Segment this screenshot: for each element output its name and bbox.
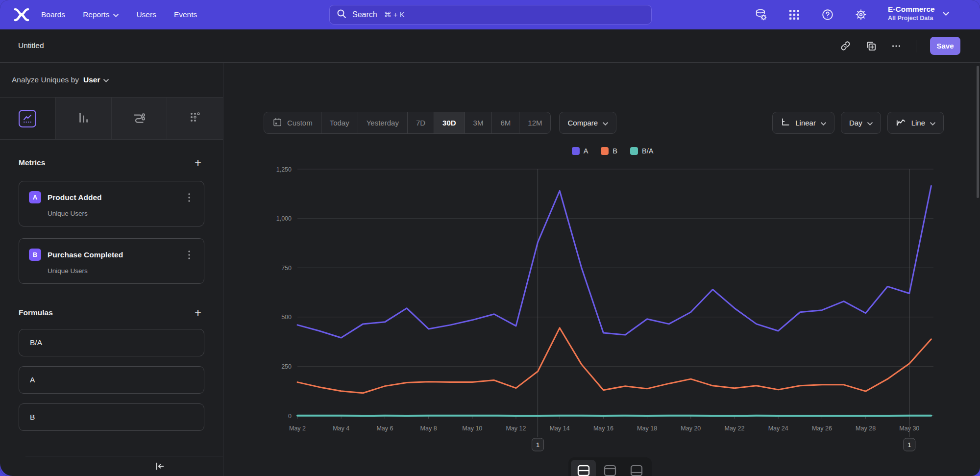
svg-text:May 20: May 20: [681, 425, 701, 432]
interval-dropdown[interactable]: Day: [841, 112, 881, 134]
legend-item-a[interactable]: A: [572, 147, 588, 155]
metrics-heading: Metrics: [19, 158, 45, 167]
formula-name: A: [30, 376, 35, 384]
nav-item-events[interactable]: Events: [174, 10, 197, 19]
svg-text:May 18: May 18: [637, 425, 657, 432]
svg-text:May 2: May 2: [289, 425, 306, 432]
copy-link-icon[interactable]: [839, 40, 851, 52]
scrollbar-thumb[interactable]: [977, 66, 979, 198]
scale-dropdown[interactable]: Linear: [772, 112, 834, 134]
formula-name: B/A: [30, 338, 42, 347]
line-chart[interactable]: 02505007501,0001,250May 2May 4May 6May 8…: [265, 167, 960, 456]
chart-type-tabs: [0, 98, 223, 140]
line-chart-icon: [896, 117, 906, 128]
project-switcher[interactable]: E-Commerce All Project Data: [888, 4, 949, 22]
analyze-by-dropdown[interactable]: User: [83, 75, 109, 84]
range-yesterday[interactable]: Yesterday: [358, 112, 408, 133]
search-input[interactable]: Search ⌘ + K: [329, 5, 652, 25]
flow-tab-icon: [132, 111, 146, 126]
metric-badge: B: [29, 249, 41, 261]
range-today[interactable]: Today: [321, 112, 358, 133]
nav-item-label: Users: [136, 10, 156, 19]
range-3m[interactable]: 3M: [465, 112, 492, 133]
nav-item-label: Events: [174, 10, 197, 19]
tab-insights-line[interactable]: [0, 98, 56, 139]
report-title: Untitled: [18, 41, 44, 50]
formula-card-ba[interactable]: B/A: [19, 329, 204, 356]
tab-retention[interactable]: [167, 98, 223, 139]
help-icon[interactable]: [821, 8, 834, 21]
nav-item-boards[interactable]: Boards: [41, 10, 65, 19]
svg-text:250: 250: [281, 363, 292, 370]
svg-text:1,250: 1,250: [276, 167, 292, 173]
chart-legend: A B B/A: [265, 147, 960, 155]
data-management-icon[interactable]: [755, 8, 767, 21]
tab-flow[interactable]: [112, 98, 168, 139]
svg-text:May 28: May 28: [856, 425, 876, 432]
svg-text:May 24: May 24: [768, 425, 788, 432]
legend-label: B: [612, 147, 617, 155]
range-label: 12M: [528, 119, 542, 127]
range-label: Today: [330, 119, 349, 127]
app-window: Boards Reports Users Events Search ⌘ + K: [0, 0, 980, 476]
svg-text:May 14: May 14: [550, 425, 570, 432]
collapse-sidebar-icon[interactable]: [154, 461, 165, 474]
split-view-button[interactable]: [571, 460, 596, 476]
compare-label: Compare: [567, 119, 598, 127]
title-actions: Save: [839, 37, 960, 55]
apps-grid-icon[interactable]: [788, 8, 801, 21]
project-name: E-Commerce: [888, 4, 935, 14]
settings-gear-icon[interactable]: [855, 8, 867, 21]
date-range-segmented-control: Custom Today Yesterday 7D 30D 3M 6M 12M: [264, 112, 551, 134]
analyze-by-row: Analyze Uniques by User: [0, 63, 223, 98]
kebab-menu-icon[interactable]: [185, 193, 194, 202]
formula-card-a[interactable]: A: [19, 366, 204, 394]
range-custom[interactable]: Custom: [264, 112, 321, 133]
kebab-menu-icon[interactable]: [185, 250, 194, 260]
svg-text:May 10: May 10: [462, 425, 482, 432]
add-metric-button[interactable]: +: [192, 156, 204, 169]
save-button[interactable]: Save: [930, 37, 960, 55]
range-7d[interactable]: 7D: [408, 112, 434, 133]
nav-item-users[interactable]: Users: [136, 10, 156, 19]
legend-item-ba[interactable]: B/A: [630, 147, 653, 155]
legend-item-b[interactable]: B: [601, 147, 617, 155]
analyze-prefix-label: Analyze Uniques by: [12, 75, 79, 84]
range-label: Yesterday: [367, 119, 399, 127]
chevron-down-icon: [943, 9, 949, 18]
chevron-down-icon: [867, 119, 873, 127]
metric-measure[interactable]: Unique Users: [48, 210, 194, 217]
search-placeholder: Search: [352, 10, 377, 19]
nav-item-reports[interactable]: Reports: [83, 10, 119, 19]
range-12m[interactable]: 12M: [519, 112, 550, 133]
tab-bar-chart[interactable]: [56, 98, 112, 139]
compare-dropdown[interactable]: Compare: [559, 112, 616, 134]
nav-item-label: Boards: [41, 10, 65, 19]
metric-measure[interactable]: Unique Users: [48, 267, 194, 275]
retention-grid-tab-icon: [189, 112, 201, 125]
svg-text:750: 750: [281, 265, 292, 272]
metric-badge: A: [29, 191, 41, 203]
metric-card-a[interactable]: A Product Added Unique Users: [19, 181, 204, 226]
chart-type-dropdown[interactable]: Line: [887, 112, 944, 134]
range-30d-active[interactable]: 30D: [434, 112, 465, 133]
table-only-view-button[interactable]: [624, 460, 649, 476]
metric-card-b[interactable]: B Purchase Completed Unique Users: [19, 238, 204, 284]
duplicate-icon[interactable]: [865, 40, 877, 52]
chart-only-view-button[interactable]: [597, 460, 622, 476]
more-options-icon[interactable]: [890, 40, 902, 52]
axis-scale-icon: [781, 117, 790, 128]
mixpanel-logo-icon[interactable]: [14, 7, 29, 22]
range-label: 3M: [473, 119, 484, 127]
range-6m[interactable]: 6M: [492, 112, 519, 133]
window-corner-mask: [0, 451, 25, 476]
formula-card-b[interactable]: B: [19, 403, 204, 431]
chart-svg[interactable]: 02505007501,0001,250May 2May 4May 6May 8…: [265, 167, 960, 456]
report-title-bar: Untitled Save: [0, 29, 980, 63]
svg-text:500: 500: [281, 314, 292, 321]
analyze-value: User: [83, 75, 100, 84]
search-shortcut: ⌘ + K: [384, 10, 405, 19]
add-formula-button[interactable]: +: [192, 306, 204, 319]
legend-label: A: [584, 147, 588, 155]
calendar-icon: [272, 117, 282, 128]
